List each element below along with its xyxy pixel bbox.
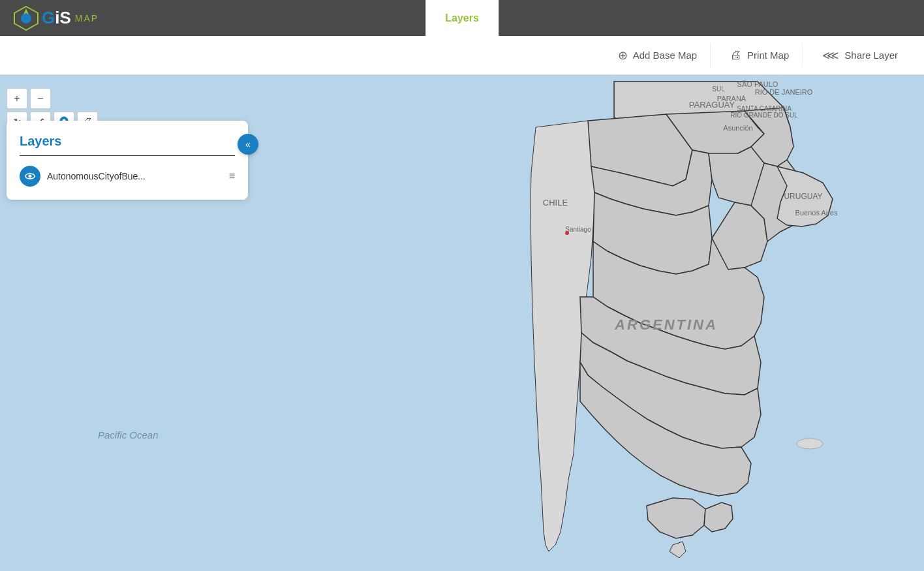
- svg-line-4: [42, 119, 44, 120]
- layers-panel: « Layers AutonomousCityofBue... ≡: [7, 121, 248, 200]
- logo-gis-text: GiS: [42, 8, 71, 28]
- svg-point-9: [565, 231, 569, 235]
- asuncion-label: Asunción: [723, 124, 752, 132]
- zoom-controls: + −: [7, 88, 98, 109]
- argentina-label: ARGENTINA: [614, 316, 718, 333]
- uruguay-label: URUGUAY: [784, 192, 822, 201]
- pacific-ocean-label: Pacific Ocean: [98, 429, 159, 440]
- logo-icon: [13, 5, 39, 31]
- share-icon: ⋘: [822, 48, 839, 63]
- svg-text:RIO GRANDE DO SUL: RIO GRANDE DO SUL: [730, 112, 798, 119]
- share-layer-button[interactable]: ⋘ Share Layer: [809, 43, 911, 68]
- list-item: AutonomousCityofBue... ≡: [20, 166, 235, 187]
- layers-divider: [20, 155, 235, 156]
- chile-label: CHILE: [543, 198, 568, 208]
- print-icon: 🖨: [730, 48, 742, 62]
- plus-circle-icon: ⊕: [618, 48, 628, 63]
- svg-point-10: [797, 439, 823, 449]
- add-base-map-button[interactable]: ⊕ Add Base Map: [605, 43, 711, 68]
- buenos-aires-label: Buenos Aires: [795, 209, 838, 217]
- layer-visibility-toggle[interactable]: [20, 166, 40, 187]
- header: GiS MAP Layers: [0, 0, 924, 36]
- svg-point-8: [29, 175, 32, 178]
- logo-map-text: MAP: [75, 13, 99, 23]
- print-map-button[interactable]: 🖨 Print Map: [717, 43, 803, 67]
- santiago-label: Santiago: [565, 226, 591, 233]
- layer-menu-button[interactable]: ≡: [229, 170, 235, 182]
- layers-panel-title: Layers: [20, 134, 235, 149]
- add-base-map-label: Add Base Map: [633, 50, 697, 61]
- map-container[interactable]: + − ↻ 🖨 « Layers: [0, 75, 924, 571]
- eye-icon: [25, 173, 35, 179]
- svg-text:SÃO PAULO: SÃO PAULO: [737, 80, 778, 88]
- print-map-label: Print Map: [747, 50, 789, 61]
- collapse-panel-button[interactable]: «: [238, 134, 258, 155]
- svg-text:RIO DE JANEIRO: RIO DE JANEIRO: [755, 88, 813, 96]
- argentina-map: ARGENTINA CHILE PARAGUAY URUGUAY Buenos …: [435, 75, 924, 571]
- svg-point-1: [21, 13, 31, 23]
- toolbar: ⊕ Add Base Map 🖨 Print Map ⋘ Share Layer: [0, 36, 924, 75]
- zoom-in-button[interactable]: +: [7, 88, 27, 109]
- logo: GiS MAP: [13, 5, 99, 31]
- nav-tabs: Layers: [425, 0, 499, 36]
- tab-layers[interactable]: Layers: [425, 0, 499, 36]
- svg-text:PARANÁ: PARANÁ: [717, 95, 747, 102]
- svg-text:SUL: SUL: [712, 85, 725, 93]
- zoom-out-button[interactable]: −: [30, 88, 51, 109]
- share-layer-label: Share Layer: [844, 50, 898, 61]
- layer-name: AutonomousCityofBue...: [47, 171, 223, 181]
